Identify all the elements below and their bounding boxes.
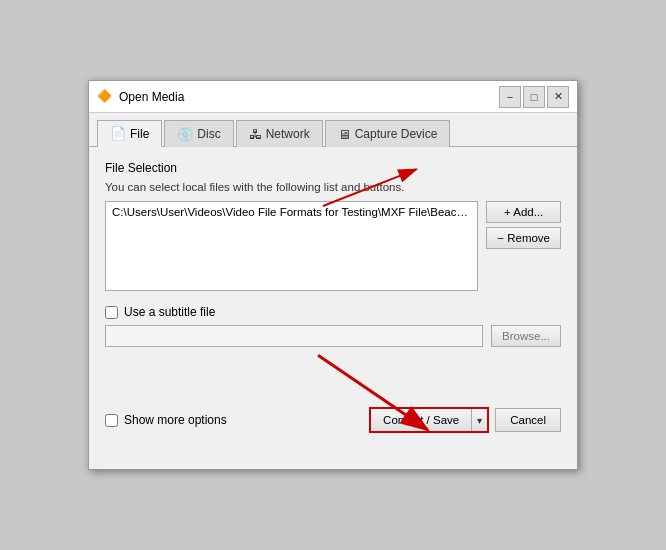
cancel-button[interactable]: Cancel <box>495 408 561 432</box>
disc-tab-icon: 💿 <box>177 127 193 142</box>
show-more-checkbox[interactable] <box>105 414 118 427</box>
app-icon: 🔶 <box>97 89 113 105</box>
subtitle-file-input[interactable] <box>105 325 483 347</box>
convert-save-button[interactable]: Convert / Save <box>371 409 471 431</box>
remove-button[interactable]: − Remove <box>486 227 561 249</box>
bottom-section: Show more options Convert / Save ▾ Cance… <box>89 395 577 447</box>
capture-tab-icon: 🖥 <box>338 127 351 142</box>
subtitle-checkbox[interactable] <box>105 306 118 319</box>
window-controls: − □ ✕ <box>499 86 569 108</box>
file-action-buttons: + Add... − Remove <box>486 201 561 291</box>
tab-disc-label: Disc <box>197 127 220 141</box>
tab-capture-label: Capture Device <box>355 127 438 141</box>
title-bar: 🔶 Open Media − □ ✕ <box>89 81 577 113</box>
close-button[interactable]: ✕ <box>547 86 569 108</box>
convert-dropdown-button[interactable]: ▾ <box>471 409 487 431</box>
section-title: File Selection <box>105 161 561 175</box>
minimize-button[interactable]: − <box>499 86 521 108</box>
bottom-bar: Show more options Convert / Save ▾ Cance… <box>89 395 577 447</box>
show-more-row: Show more options <box>105 413 227 427</box>
bottom-right-buttons: Convert / Save ▾ Cancel <box>369 407 561 433</box>
file-selection-area: C:\Users\User\Videos\Video File Formats … <box>105 201 561 291</box>
tab-capture[interactable]: 🖥 Capture Device <box>325 120 451 147</box>
browse-button[interactable]: Browse... <box>491 325 561 347</box>
convert-save-group: Convert / Save ▾ <box>369 407 489 433</box>
maximize-button[interactable]: □ <box>523 86 545 108</box>
show-more-label: Show more options <box>124 413 227 427</box>
file-list-box[interactable]: C:\Users\User\Videos\Video File Formats … <box>105 201 478 291</box>
network-tab-icon: 🖧 <box>249 127 262 142</box>
subtitle-section: Use a subtitle file Browse... <box>105 305 561 347</box>
title-bar-left: 🔶 Open Media <box>97 89 184 105</box>
tab-file[interactable]: 📄 File <box>97 120 162 147</box>
tab-network-label: Network <box>266 127 310 141</box>
section-description: You can select local files with the foll… <box>105 181 561 193</box>
add-button[interactable]: + Add... <box>486 201 561 223</box>
open-media-dialog: 🔶 Open Media − □ ✕ 📄 File 💿 Disc 🖧 Netwo… <box>88 80 578 470</box>
window-title: Open Media <box>119 90 184 104</box>
tab-bar: 📄 File 💿 Disc 🖧 Network 🖥 Capture Device <box>89 113 577 147</box>
file-tab-icon: 📄 <box>110 126 126 141</box>
subtitle-checkbox-label: Use a subtitle file <box>124 305 215 319</box>
subtitle-input-row: Browse... <box>105 325 561 347</box>
subtitle-checkbox-row: Use a subtitle file <box>105 305 561 319</box>
file-list-item: C:\Users\User\Videos\Video File Formats … <box>112 206 471 218</box>
file-list-area: C:\Users\User\Videos\Video File Formats … <box>105 201 561 291</box>
tab-disc[interactable]: 💿 Disc <box>164 120 233 147</box>
file-tab-content: File Selection You can select local file… <box>89 147 577 375</box>
tab-file-label: File <box>130 127 149 141</box>
tab-network[interactable]: 🖧 Network <box>236 120 323 147</box>
